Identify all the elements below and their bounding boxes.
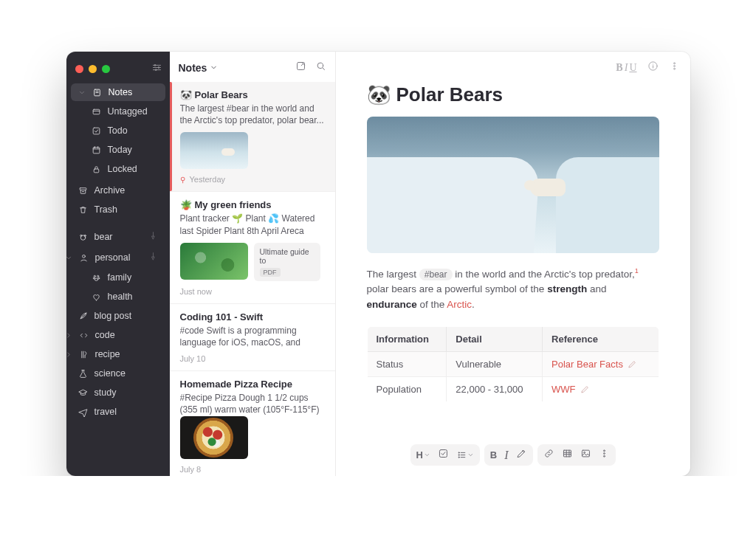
hashtag[interactable]: #bear [419,269,453,280]
note-item[interactable]: Coding 101 - Swift #code Swift is a prog… [170,304,335,371]
sidebar-item-untagged[interactable]: Untagged [71,103,165,120]
note-item[interactable]: 🪴My green friends Plant tracker 🌱 Plant … [170,192,335,303]
sidebar-label: Trash [94,204,118,215]
search-button[interactable] [315,61,326,75]
sidebar-label: science [94,368,126,379]
note-icon [92,88,102,97]
close-window-button[interactable] [75,65,83,73]
svg-point-10 [80,235,81,236]
svg-point-19 [317,63,323,69]
note-list-panel: Notes 🐼Polar Bears The largest #bear in … [170,52,336,476]
sidebar-tag-science[interactable]: science [71,365,165,382]
app-window: Notes Untagged Todo Today Locked Archive… [66,52,690,476]
editor-content[interactable]: 🐼 Polar Bears The largest #bear in the w… [336,83,690,476]
note-list-header: Notes [170,52,335,82]
sidebar-item-archive[interactable]: Archive [71,182,165,199]
svg-point-0 [154,64,156,66]
svg-point-15 [93,277,94,279]
svg-point-23 [673,68,675,69]
svg-point-11 [84,235,86,236]
note-list: 🐼Polar Bears The largest #bear in the wo… [170,82,335,476]
settings-icon[interactable] [151,62,162,75]
attachment-badge: PDF [260,268,281,277]
paw-icon [92,273,101,283]
svg-point-17 [94,278,97,280]
recipe-icon [79,350,89,359]
link-button[interactable] [543,448,554,462]
svg-point-21 [673,63,675,64]
paragraph[interactable]: The largest #bear in the world and the A… [367,266,659,313]
note-excerpt: The largest #bear in the world and the A… [180,103,326,126]
svg-point-13 [94,275,95,277]
maximize-window-button[interactable] [102,65,110,73]
info-button[interactable] [647,61,659,75]
attachment-card[interactable]: Ultimate guide to PDF [254,243,320,281]
hero-image[interactable] [367,117,659,253]
sidebar-item-todo[interactable]: Todo [71,122,165,139]
flask-icon [78,369,88,379]
highlight-button[interactable] [516,448,527,462]
svg-point-25 [458,452,459,453]
tool-group-insert [537,444,616,466]
sidebar-label: recipe [95,349,120,359]
info-table[interactable]: Information Detail Reference Status Vuln… [367,326,659,402]
tool-group-blocks: H [410,444,479,466]
note-date: Just now [180,287,326,296]
more-button[interactable] [669,61,680,75]
image-button[interactable] [580,448,591,462]
note-thumbnail [180,132,248,169]
sidebar-tag-blogpost[interactable]: blog post [71,307,165,325]
sidebar-item-locked[interactable]: Locked [71,160,165,178]
minimize-window-button[interactable] [89,65,97,73]
new-note-button[interactable] [295,61,306,75]
sidebar-tag-personal[interactable]: personal [71,248,165,267]
italic-button[interactable]: I [504,449,508,462]
sidebar-tag-recipe[interactable]: recipe [71,345,165,363]
checklist-button[interactable] [438,448,449,462]
link[interactable]: Arctic [447,299,472,310]
sidebar-label: bear [94,232,113,242]
trash-icon [78,205,88,215]
sidebar-item-trash[interactable]: Trash [71,201,165,218]
note-item[interactable]: Homemade Pizza Recipe #Recipe Pizza Doug… [170,371,335,476]
svg-rect-28 [563,450,571,457]
sidebar-tag-code[interactable]: code [71,326,165,344]
sidebar-tag-bear[interactable]: bear [71,227,165,246]
sidebar-label: Notes [109,87,133,97]
chevron-down-icon [66,253,72,263]
sidebar-item-today[interactable]: Today [71,141,165,159]
reference-link: WWF [551,384,589,395]
sidebar-tag-study[interactable]: study [71,384,165,401]
sidebar-tag-family[interactable]: family [71,269,165,286]
feather-icon [78,311,88,321]
note-list-title[interactable]: Notes [179,62,219,74]
svg-point-31 [603,450,605,452]
sidebar-label: personal [95,252,131,263]
sidebar-item-notes[interactable]: Notes [71,83,165,101]
note-excerpt: #code Swift is a programming language fo… [180,325,326,348]
sidebar-tag-travel[interactable]: travel [71,403,165,421]
titlebar [66,52,170,83]
table-button[interactable] [562,448,573,462]
svg-point-33 [603,455,605,457]
note-date: ⚲Yesterday [180,175,326,184]
svg-point-12 [82,255,85,258]
footnote-ref[interactable]: 1 [635,267,639,275]
more-tools-button[interactable] [599,448,610,462]
svg-point-22 [673,66,675,67]
note-item[interactable]: 🐼Polar Bears The largest #bear in the wo… [170,82,335,192]
grad-icon [78,388,88,398]
heading-button[interactable]: H [416,449,430,460]
code-icon [79,331,89,340]
document-title[interactable]: 🐼 Polar Bears [367,83,659,106]
svg-rect-7 [94,168,99,172]
sidebar-tag-health[interactable]: health [71,288,165,306]
bold-button[interactable]: B [490,449,497,460]
editor-toolbar-top: BIU [336,52,690,83]
pin-icon [148,231,158,243]
svg-point-26 [458,455,459,455]
svg-point-32 [603,453,605,455]
list-button[interactable] [456,449,474,460]
sidebar-label: Untagged [108,106,148,117]
biu-indicator[interactable]: BIU [616,62,636,74]
